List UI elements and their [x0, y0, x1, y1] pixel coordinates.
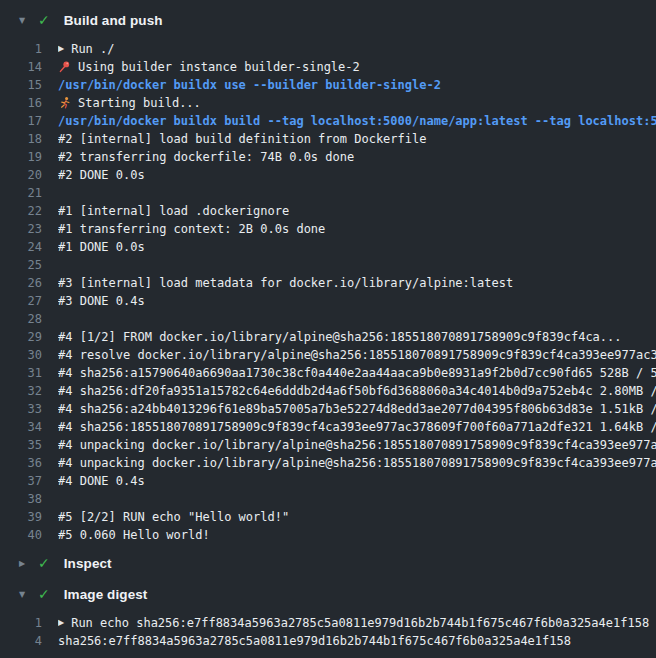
line-number[interactable]: 19 [0, 148, 42, 166]
log-line: 36 #4 unpacking docker.io/library/alpine… [0, 454, 656, 472]
line-number[interactable]: 27 [0, 292, 42, 310]
line-body: #5 [2/2] RUN echo "Hello world!" [58, 508, 656, 526]
line-number[interactable]: 24 [0, 238, 42, 256]
log-line: 1 ▶ Run ./ [0, 40, 656, 58]
group-expander-icon[interactable]: ▶ [58, 40, 64, 58]
line-body: #1 DONE 0.0s [58, 238, 656, 256]
log-line: 35 #4 unpacking docker.io/library/alpine… [0, 436, 656, 454]
line-number[interactable]: 17 [0, 112, 42, 130]
log-text: #5 0.060 Hello world! [58, 526, 210, 544]
line-body: #4 DONE 0.4s [58, 472, 656, 490]
line-number[interactable]: 29 [0, 328, 42, 346]
log-line: 19 #2 transferring dockerfile: 74B 0.0s … [0, 148, 656, 166]
log-line: 29 #4 [1/2] FROM docker.io/library/alpin… [0, 328, 656, 346]
line-number[interactable]: 20 [0, 166, 42, 184]
line-number[interactable]: 34 [0, 418, 42, 436]
log-line: 32 #4 sha256:df20fa9351a15782c64e6dddb2d… [0, 382, 656, 400]
line-body: #2 transferring dockerfile: 74B 0.0s don… [58, 148, 656, 166]
line-number[interactable]: 38 [0, 490, 42, 508]
line-number[interactable]: 15 [0, 76, 42, 94]
line-body: Starting build... [58, 94, 656, 112]
line-number[interactable]: 32 [0, 382, 42, 400]
line-body: #4 sha256:df20fa9351a15782c64e6dddb2d4a6… [58, 382, 656, 400]
chevron-down-icon[interactable]: ▼ [16, 16, 28, 25]
line-body: #4 unpacking docker.io/library/alpine@sh… [58, 436, 656, 454]
line-body: #1 [internal] load .dockerignore [58, 202, 656, 220]
line-number[interactable]: 35 [0, 436, 42, 454]
line-number[interactable]: 37 [0, 472, 42, 490]
log-text: #3 DONE 0.4s [58, 292, 145, 310]
log-line: 24 #1 DONE 0.0s [0, 238, 656, 256]
line-number[interactable]: 22 [0, 202, 42, 220]
log-line: 1 ▶ Run echo sha256:e7ff8834a5963a2785c5… [0, 614, 656, 632]
log-text: #4 DONE 0.4s [58, 472, 145, 490]
line-number[interactable]: 18 [0, 130, 42, 148]
line-body: #3 [internal] load metadata for docker.i… [58, 274, 656, 292]
log-line: 15 /usr/bin/docker buildx use --builder … [0, 76, 656, 94]
log-line: 38 [0, 490, 656, 508]
section-header[interactable]: ▼ ✓ Image digest [0, 582, 656, 606]
chevron-down-icon[interactable]: ▼ [16, 590, 28, 599]
log-line: 26 #3 [internal] load metadata for docke… [0, 274, 656, 292]
line-number[interactable]: 28 [0, 310, 42, 328]
log-line: 25 [0, 256, 656, 274]
success-check-icon: ✓ [38, 555, 50, 571]
line-number[interactable]: 33 [0, 400, 42, 418]
line-number[interactable]: 26 [0, 274, 42, 292]
log-line: 27 #3 DONE 0.4s [0, 292, 656, 310]
pushpin-icon [58, 60, 71, 74]
log-line: 4 sha256:e7ff8834a5963a2785c5a0811e979d1… [0, 632, 656, 650]
group-expander-icon[interactable]: ▶ [58, 614, 64, 632]
line-number[interactable]: 1 [0, 40, 42, 58]
section-header[interactable]: ▶ ✓ Inspect [0, 551, 656, 575]
log-text: #4 sha256:a15790640a6690aa1730c38cf0a440… [58, 364, 656, 382]
log-text: #4 unpacking docker.io/library/alpine@sh… [58, 454, 656, 472]
line-number[interactable]: 23 [0, 220, 42, 238]
line-number[interactable]: 25 [0, 256, 42, 274]
line-body: #4 sha256:185518070891758909c9f839cf4ca3… [58, 418, 656, 436]
line-number[interactable]: 36 [0, 454, 42, 472]
line-body: #4 sha256:a15790640a6690aa1730c38cf0a440… [58, 364, 656, 382]
section-title: Image digest [64, 587, 148, 602]
log-line: 37 #4 DONE 0.4s [0, 472, 656, 490]
success-check-icon: ✓ [38, 586, 50, 602]
log-text: Run ./ [71, 40, 114, 58]
line-body: #4 [1/2] FROM docker.io/library/alpine@s… [58, 328, 656, 346]
line-number[interactable]: 31 [0, 364, 42, 382]
line-number[interactable]: 4 [0, 632, 42, 650]
log-text: Using builder instance builder-single-2 [78, 58, 360, 76]
line-number[interactable]: 30 [0, 346, 42, 364]
log-line: 39 #5 [2/2] RUN echo "Hello world!" [0, 508, 656, 526]
log-line: 20 #2 DONE 0.0s [0, 166, 656, 184]
line-number[interactable]: 14 [0, 58, 42, 76]
log-text: #3 [internal] load metadata for docker.i… [58, 274, 513, 292]
line-number[interactable]: 21 [0, 184, 42, 202]
log-line: 34 #4 sha256:185518070891758909c9f839cf4… [0, 418, 656, 436]
log-text: #4 sha256:df20fa9351a15782c64e6dddb2d4a6… [58, 382, 656, 400]
line-body: /usr/bin/docker buildx build --tag local… [58, 112, 656, 130]
line-body: Using builder instance builder-single-2 [58, 58, 656, 76]
section-log-lines: 1 ▶ Run echo sha256:e7ff8834a5963a2785c5… [0, 614, 656, 650]
log-text: #4 sha256:a24bb4013296f61e89ba57005a7b3e… [58, 400, 656, 418]
section-build-and-push: ▼ ✓ Build and push 1 ▶ Run ./ 14 Using b… [0, 8, 656, 544]
log-text: #4 sha256:185518070891758909c9f839cf4ca3… [58, 418, 656, 436]
line-body: #1 transferring context: 2B 0.0s done [58, 220, 656, 238]
line-body: /usr/bin/docker buildx use --builder bui… [58, 76, 656, 94]
section-image-digest: ▼ ✓ Image digest 1 ▶ Run echo sha256:e7f… [0, 582, 656, 650]
log-text: #2 transferring dockerfile: 74B 0.0s don… [58, 148, 354, 166]
line-number[interactable]: 40 [0, 526, 42, 544]
line-body: #2 DONE 0.0s [58, 166, 656, 184]
chevron-right-icon[interactable]: ▶ [16, 559, 28, 568]
log-text: sha256:e7ff8834a5963a2785c5a0811e979d16b… [58, 632, 571, 650]
line-body: #4 resolve docker.io/library/alpine@sha2… [58, 346, 656, 364]
line-number[interactable]: 39 [0, 508, 42, 526]
line-number[interactable]: 1 [0, 614, 42, 632]
section-header[interactable]: ▼ ✓ Build and push [0, 8, 656, 32]
log-line: 28 [0, 310, 656, 328]
log-text: /usr/bin/docker buildx build --tag local… [58, 112, 656, 130]
log-line: 18 #2 [internal] load build definition f… [0, 130, 656, 148]
log-text: #1 transferring context: 2B 0.0s done [58, 220, 325, 238]
line-number[interactable]: 16 [0, 94, 42, 112]
log-line: 22 #1 [internal] load .dockerignore [0, 202, 656, 220]
log-text: #4 unpacking docker.io/library/alpine@sh… [58, 436, 656, 454]
